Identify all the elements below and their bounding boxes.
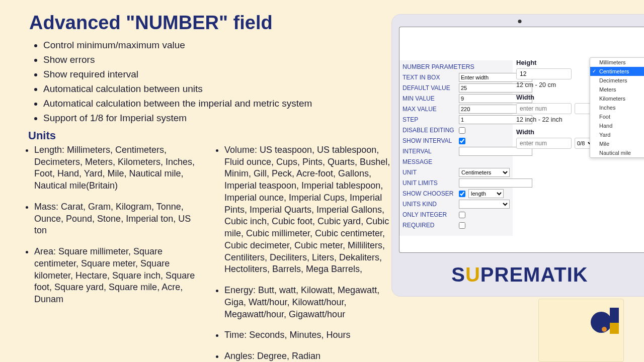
dropdown-item[interactable]: Millimeters xyxy=(590,58,644,67)
interval-label: INTERVAL xyxy=(403,148,459,155)
list-item: Control minimum/maximum value xyxy=(43,39,391,52)
dropdown-item[interactable]: Centimeters xyxy=(590,67,644,76)
max-value-label: MAX VALUE xyxy=(403,106,459,113)
list-item: Mass: Carat, Gram, Kilogram, Tonne, Ounc… xyxy=(34,201,201,237)
show-interval-checkbox[interactable] xyxy=(459,138,465,144)
features-list: Control minimum/maximum valueShow errors… xyxy=(43,39,391,125)
only-integer-checkbox[interactable] xyxy=(459,212,465,218)
dropdown-item[interactable]: Nautical mile xyxy=(590,148,644,157)
unit-limits-input[interactable] xyxy=(459,178,532,188)
show-interval-label: SHOW INTERVAL xyxy=(403,137,459,144)
panel-title: NUMBER PARAMETERS xyxy=(403,63,510,70)
suprematik-logo-icon xyxy=(591,308,619,339)
required-label: REQUIRED xyxy=(403,222,459,229)
disable-editing-label: DISABLE EDITING xyxy=(403,127,459,134)
dropdown-item[interactable]: Kilometers xyxy=(590,94,644,103)
dropdown-item[interactable]: Decimeters xyxy=(590,76,644,85)
brand-logo-text: SUPREMATIK xyxy=(392,263,644,286)
default-value-label: DEFAULT VALUE xyxy=(403,84,459,92)
show-chooser-label: SHOW CHOOSER xyxy=(403,190,459,197)
camera-dot xyxy=(518,20,522,23)
page-title: Advanced "NUMBER" field xyxy=(29,12,391,34)
disable-editing-checkbox[interactable] xyxy=(459,127,465,134)
units-kind-select[interactable] xyxy=(459,200,510,209)
required-checkbox[interactable] xyxy=(459,222,465,229)
units-kind-label: UNITS KIND xyxy=(403,201,459,208)
units-heading: Units xyxy=(28,129,391,142)
step-label: STEP xyxy=(403,116,459,123)
width1-input[interactable] xyxy=(516,103,572,114)
list-item: Show errors xyxy=(43,53,391,67)
unit-label: UNIT xyxy=(403,169,459,176)
units-right-list: Volume: US teaspoon, US tablespoon, Flui… xyxy=(224,144,391,362)
list-item: Angles: Degree, Radian xyxy=(224,350,391,362)
dropdown-item[interactable]: Mile xyxy=(590,139,644,148)
list-item: Time: Seconds, Minutes, Hours xyxy=(224,329,391,341)
unit-dropdown[interactable]: MillimetersCentimetersDecimetersMetersKi… xyxy=(590,57,644,158)
dropdown-item[interactable]: Foot xyxy=(590,112,644,121)
list-item: Length: Millimeters, Centimeters, Decime… xyxy=(34,144,201,192)
list-item: Automatical calculation between units xyxy=(43,82,391,96)
height-input[interactable] xyxy=(516,68,572,79)
number-parameters-panel: NUMBER PARAMETERS TEXT IN BOX DEFAULT VA… xyxy=(399,60,513,236)
units-left-list: Length: Millimeters, Centimeters, Decime… xyxy=(34,144,201,306)
list-item: Automatical calculation between the impe… xyxy=(43,97,391,111)
list-item: Volume: US teaspoon, US tablespoon, Flui… xyxy=(224,144,391,276)
dropdown-item[interactable]: Meters xyxy=(590,85,644,94)
show-chooser-checkbox[interactable] xyxy=(459,191,465,197)
width2-input[interactable] xyxy=(516,138,572,149)
dropdown-item[interactable]: Yard xyxy=(590,130,644,139)
message-label: MESSAGE xyxy=(403,158,459,165)
list-item: Show required interval xyxy=(43,68,391,81)
list-item: Support of 1/8 for Imperial system xyxy=(43,112,391,125)
min-value-label: MIN VALUE xyxy=(403,95,459,102)
list-item: Area: Square millimeter, Square centimet… xyxy=(34,246,201,306)
screen: NUMBER PARAMETERS TEXT IN BOX DEFAULT VA… xyxy=(399,27,644,253)
dropdown-item[interactable]: Inches xyxy=(590,103,644,112)
unit-limits-label: UNIT LIMITS xyxy=(403,179,459,187)
only-integer-label: ONLY INTEGER xyxy=(403,211,459,218)
text-in-box-label: TEXT IN BOX xyxy=(403,74,459,81)
list-item: Energy: Butt, watt, Kilowatt, Megawatt, … xyxy=(224,285,391,320)
unit-select[interactable]: Centimeters xyxy=(459,168,510,177)
monitor-frame: NUMBER PARAMETERS TEXT IN BOX DEFAULT VA… xyxy=(391,14,644,297)
dropdown-item[interactable]: Hand xyxy=(590,121,644,130)
show-chooser-select[interactable]: length xyxy=(468,189,504,198)
